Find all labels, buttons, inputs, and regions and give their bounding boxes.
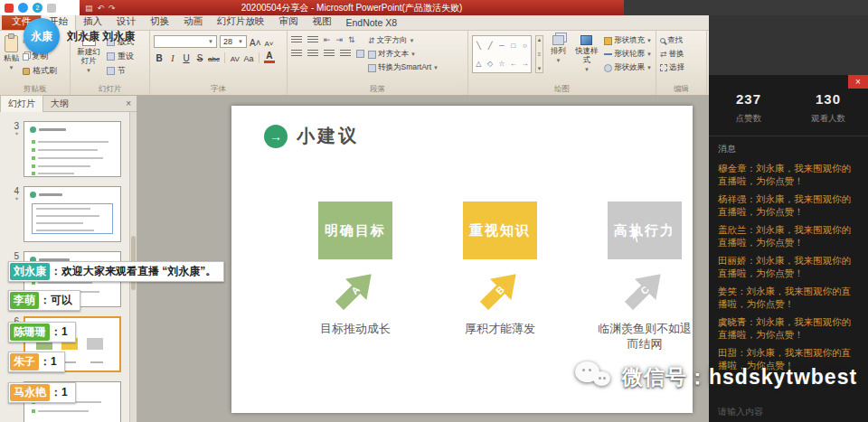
recorder-toolbar: 2 bbox=[0, 0, 80, 15]
close-pane-icon[interactable]: × bbox=[120, 98, 137, 108]
tab-animations[interactable]: 动画 bbox=[176, 14, 210, 30]
shape-icon[interactable]: ╲ bbox=[476, 42, 481, 50]
shape-icon[interactable]: △ bbox=[476, 60, 481, 68]
tab-outline[interactable]: 大纲 bbox=[43, 96, 76, 112]
chat-text: ：欢迎大家来观看直播 “刘永康”。 bbox=[51, 264, 216, 279]
indent-decrease-icon[interactable]: ⇤ bbox=[324, 36, 331, 44]
shape-icon[interactable]: ─ bbox=[499, 42, 505, 50]
execution-box[interactable]: 高执行力 bbox=[608, 202, 682, 259]
camera-icon[interactable] bbox=[18, 3, 28, 13]
chevron-down-icon: ▼ bbox=[646, 38, 652, 43]
quick-access-toolbar: ▤ ↶ ↷ bbox=[85, 0, 116, 15]
avatar[interactable]: 永康 bbox=[24, 18, 60, 54]
quick-styles-button[interactable]: 快速样式 ▼ bbox=[573, 33, 600, 84]
save-icon[interactable]: ▤ bbox=[85, 4, 93, 13]
smartart-button[interactable]: 转换为SmartArt▼ bbox=[368, 62, 439, 73]
scroll-up-icon[interactable]: ▲ bbox=[536, 37, 542, 42]
redo-icon[interactable]: ↷ bbox=[108, 4, 116, 13]
shape-icon[interactable]: ╱ bbox=[488, 42, 493, 50]
format-painter-button[interactable]: 格式刷 bbox=[23, 65, 57, 77]
align-text-button[interactable]: 对齐文本▼ bbox=[368, 49, 439, 60]
tab-slideshow[interactable]: 幻灯片放映 bbox=[210, 14, 272, 30]
section-button[interactable]: 节 bbox=[107, 65, 134, 77]
animation-star-icon: ✦ bbox=[0, 196, 19, 202]
shape-outline-button[interactable]: 形状轮廓▼ bbox=[604, 49, 652, 60]
shape-effects-button[interactable]: 形状效果▼ bbox=[604, 62, 652, 73]
slide-3-thumbnail[interactable] bbox=[24, 121, 121, 177]
shape-icon[interactable]: ☆ bbox=[498, 60, 505, 68]
close-icon[interactable]: × bbox=[848, 75, 868, 89]
font-family-select[interactable]: ▼ bbox=[154, 35, 217, 48]
chat-user-chip: 马永艳 bbox=[10, 384, 50, 401]
grow-font-button[interactable]: A˄ bbox=[250, 36, 261, 48]
arrow-up-right-icon[interactable]: A bbox=[324, 258, 388, 323]
arrow-up-right-icon[interactable]: B bbox=[468, 258, 533, 323]
chat-overlay-bubble: 朱子 ：1 bbox=[8, 352, 65, 372]
line-spacing-icon[interactable]: ⇅ bbox=[348, 36, 355, 44]
messages-list[interactable]: 穆金章：刘永康，我来围观你的直播啦，为你点赞！ 杨祥强：刘永康，我来围观你的直播… bbox=[709, 155, 868, 371]
font-size-select[interactable]: 28▼ bbox=[220, 35, 247, 48]
change-case-button[interactable]: Aa bbox=[243, 52, 254, 63]
underline-button[interactable]: U bbox=[181, 52, 192, 63]
shape-icon[interactable]: ○ bbox=[523, 42, 527, 50]
arrange-button[interactable]: 排列 ▼ bbox=[547, 33, 570, 84]
text-direction-button[interactable]: ⇵文字方向▼ bbox=[368, 35, 439, 46]
numbering-icon[interactable] bbox=[307, 36, 318, 44]
drawing-group-label: 绘图 bbox=[468, 84, 656, 95]
shapes-gallery[interactable]: ╲ ╱ ─ □ ○ △ ◇ ☆ ← → bbox=[472, 35, 532, 73]
message-input[interactable]: 请输入内容 bbox=[718, 406, 763, 418]
slide-column-2[interactable]: 重视知识 B 厚积才能薄发 bbox=[432, 202, 568, 336]
font-color-button[interactable]: A bbox=[264, 52, 275, 63]
window-titlebar: ▤ ↶ ↷ 20200504分享会 - Microsoft PowerPoint… bbox=[80, 0, 624, 15]
bullets-icon[interactable] bbox=[291, 36, 302, 44]
badge-icon[interactable]: 2 bbox=[33, 3, 42, 13]
wechat-id-text: 微信号：hsdskytwbest bbox=[622, 363, 857, 391]
shape-fill-button[interactable]: 形状填充▼ bbox=[604, 35, 652, 46]
italic-button[interactable]: I bbox=[167, 52, 178, 63]
select-button[interactable]: 选择 bbox=[660, 62, 703, 73]
scroll-down-icon[interactable]: ▼ bbox=[536, 66, 542, 71]
tab-slides-thumbnails[interactable]: 幻灯片 bbox=[0, 95, 43, 112]
chevron-down-icon: ▼ bbox=[410, 38, 415, 43]
shape-icon[interactable]: → bbox=[522, 60, 529, 68]
tab-endnote[interactable]: EndNote X8 bbox=[339, 15, 405, 30]
tab-transitions[interactable]: 切换 bbox=[143, 14, 176, 30]
goal-box[interactable]: 明确目标 bbox=[318, 202, 392, 259]
tab-view[interactable]: 视图 bbox=[306, 14, 339, 30]
paste-button[interactable]: 粘贴 ▼ bbox=[4, 33, 19, 84]
strikethrough-button[interactable]: abc bbox=[208, 52, 220, 63]
arrow-up-right-icon[interactable]: C bbox=[613, 258, 677, 323]
slide-title-block[interactable]: → 小建议 bbox=[264, 124, 359, 148]
settings-icon[interactable] bbox=[47, 4, 56, 13]
slide-column-3[interactable]: 高执行力 C 临渊羡鱼则不如退而结网 bbox=[577, 202, 712, 352]
knowledge-box[interactable]: 重视知识 bbox=[463, 202, 537, 259]
slide-4-thumbnail[interactable] bbox=[24, 186, 121, 242]
shape-icon[interactable]: □ bbox=[511, 42, 515, 50]
align-left-icon[interactable] bbox=[291, 50, 302, 58]
find-button[interactable]: 查找 bbox=[660, 35, 703, 46]
indent-increase-icon[interactable]: ⇥ bbox=[336, 36, 344, 44]
tab-review[interactable]: 审阅 bbox=[272, 14, 306, 30]
paste-icon bbox=[5, 35, 18, 52]
gallery-more-icon[interactable]: ≡ bbox=[538, 52, 542, 57]
gallery-scrollbar[interactable]: ▲ ≡ ▼ bbox=[535, 35, 543, 73]
shrink-font-button[interactable]: A˅ bbox=[264, 36, 275, 48]
shape-icon[interactable]: ← bbox=[510, 60, 517, 68]
column-caption: 目标推动成长 bbox=[305, 321, 406, 336]
chat-user-chip: 刘永康 bbox=[10, 263, 50, 280]
character-spacing-button[interactable]: AV bbox=[230, 52, 241, 63]
align-right-icon[interactable] bbox=[324, 50, 335, 58]
columns-icon[interactable] bbox=[356, 50, 364, 58]
align-center-icon[interactable] bbox=[307, 50, 318, 58]
shadow-button[interactable]: S bbox=[194, 52, 205, 63]
record-icon[interactable] bbox=[5, 4, 14, 13]
slide-column-1[interactable]: 明确目标 A 目标推动成长 bbox=[288, 202, 423, 336]
justify-icon[interactable] bbox=[340, 50, 351, 58]
chevron-down-icon: ▼ bbox=[208, 39, 213, 44]
bold-button[interactable]: B bbox=[154, 52, 165, 63]
chevron-down-icon: ▼ bbox=[584, 67, 590, 72]
undo-icon[interactable]: ↶ bbox=[98, 4, 105, 13]
live-message: 虞晓青：刘永康，我来围观你的直播啦，为你点赞！ bbox=[718, 315, 859, 341]
replace-button[interactable]: ⇄替换 bbox=[660, 49, 703, 60]
shape-icon[interactable]: ◇ bbox=[487, 60, 493, 68]
